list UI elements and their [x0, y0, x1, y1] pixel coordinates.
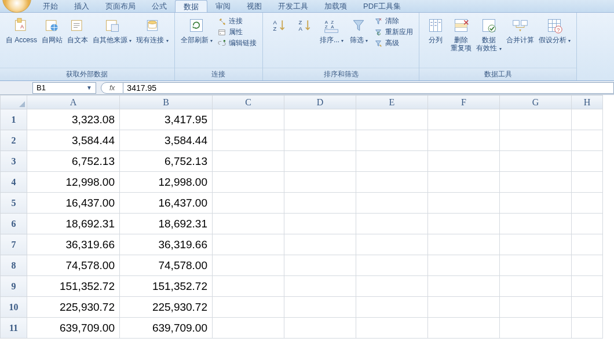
cell-F6[interactable] [428, 214, 500, 234]
column-header-E[interactable]: E [356, 95, 428, 109]
from-other-button[interactable]: 自其他来源 ▾ [90, 15, 134, 46]
cell-G10[interactable] [500, 297, 572, 318]
row-header-6[interactable]: 6 [1, 214, 27, 234]
cell-E4[interactable] [356, 172, 428, 193]
cell-B3[interactable]: 6,752.13 [120, 151, 213, 172]
cell-G3[interactable] [500, 151, 572, 172]
tab-5[interactable]: 审阅 [207, 0, 239, 12]
select-all-corner[interactable] [1, 95, 27, 109]
cell-C7[interactable] [213, 234, 284, 255]
connections-button[interactable]: 连接 [217, 16, 257, 26]
cell-B2[interactable]: 3,584.44 [120, 130, 213, 151]
cell-B4[interactable]: 12,998.00 [120, 172, 213, 193]
formula-input[interactable]: 3417.95 [123, 82, 614, 94]
cell-E2[interactable] [356, 130, 428, 151]
remove-duplicates-button[interactable]: 删除 重复项 [448, 15, 474, 53]
cell-H4[interactable] [572, 172, 603, 193]
what-if-button[interactable]: ?假设分析 ▾ [536, 15, 573, 46]
cell-C11[interactable] [213, 318, 284, 339]
cell-C6[interactable] [213, 214, 284, 234]
cell-E11[interactable] [356, 318, 428, 339]
cell-G11[interactable] [500, 318, 572, 339]
from-access-button[interactable]: A自 Access [3, 15, 39, 45]
cell-F10[interactable] [428, 297, 500, 318]
cell-B10[interactable]: 225,930.72 [120, 297, 213, 318]
cell-B11[interactable]: 639,709.00 [120, 318, 213, 339]
cell-D9[interactable] [284, 276, 356, 297]
name-box-dropdown-icon[interactable]: ▼ [86, 84, 92, 91]
sort-desc-button[interactable]: ZA [292, 15, 317, 37]
cell-B7[interactable]: 36,319.66 [120, 234, 213, 255]
cell-G6[interactable] [500, 214, 572, 234]
cell-E9[interactable] [356, 276, 428, 297]
cell-A2[interactable]: 3,584.44 [27, 130, 120, 151]
cell-C3[interactable] [213, 151, 284, 172]
cell-A10[interactable]: 225,930.72 [27, 297, 120, 318]
sort-button[interactable]: AZZA排序... ▾ [317, 15, 346, 46]
cell-G5[interactable] [500, 193, 572, 214]
cell-F7[interactable] [428, 234, 500, 255]
cell-F2[interactable] [428, 130, 500, 151]
cell-F3[interactable] [428, 151, 500, 172]
cell-D10[interactable] [284, 297, 356, 318]
column-header-C[interactable]: C [213, 95, 284, 109]
tab-7[interactable]: 开发工具 [270, 0, 316, 12]
cell-G9[interactable] [500, 276, 572, 297]
cell-D11[interactable] [284, 318, 356, 339]
cell-C8[interactable] [213, 255, 284, 276]
cell-A8[interactable]: 74,578.00 [27, 255, 120, 276]
cell-D4[interactable] [284, 172, 356, 193]
filter-button[interactable]: 筛选 ▾ [346, 15, 371, 46]
worksheet[interactable]: ABCDEFGH13,323.083,417.9523,584.443,584.… [0, 95, 614, 339]
column-header-H[interactable]: H [572, 95, 603, 109]
column-header-B[interactable]: B [120, 95, 213, 109]
row-header-9[interactable]: 9 [1, 276, 27, 297]
cell-F5[interactable] [428, 193, 500, 214]
row-header-10[interactable]: 10 [1, 297, 27, 318]
reapply-button[interactable]: 重新应用 [374, 27, 413, 37]
cell-H8[interactable] [572, 255, 603, 276]
cell-G4[interactable] [500, 172, 572, 193]
cell-D5[interactable] [284, 193, 356, 214]
cell-C5[interactable] [213, 193, 284, 214]
cell-C10[interactable] [213, 297, 284, 318]
row-header-11[interactable]: 11 [1, 318, 27, 339]
name-box[interactable]: B1 ▼ [32, 82, 96, 94]
cell-G1[interactable] [500, 109, 572, 130]
cell-C4[interactable] [213, 172, 284, 193]
advanced-button[interactable]: 高级 [374, 38, 413, 48]
cell-D6[interactable] [284, 214, 356, 234]
cell-G7[interactable] [500, 234, 572, 255]
tab-0[interactable]: 开始 [35, 0, 66, 12]
properties-button[interactable]: 属性 [217, 27, 257, 37]
cell-E1[interactable] [356, 109, 428, 130]
row-header-4[interactable]: 4 [1, 172, 27, 193]
cell-D8[interactable] [284, 255, 356, 276]
cell-B8[interactable]: 74,578.00 [120, 255, 213, 276]
fx-button[interactable]: fx [101, 82, 123, 94]
edit-links-button[interactable]: 编辑链接 [217, 38, 257, 48]
cell-E3[interactable] [356, 151, 428, 172]
from-web-button[interactable]: 自网站 [39, 15, 65, 45]
column-header-F[interactable]: F [428, 95, 500, 109]
cell-H11[interactable] [572, 318, 603, 339]
tab-1[interactable]: 插入 [66, 0, 97, 12]
cell-D7[interactable] [284, 234, 356, 255]
tab-8[interactable]: 加载项 [316, 0, 355, 12]
cell-F1[interactable] [428, 109, 500, 130]
cell-H2[interactable] [572, 130, 603, 151]
clear-button[interactable]: 清除 [374, 16, 413, 26]
cell-A3[interactable]: 6,752.13 [27, 151, 120, 172]
cell-F11[interactable] [428, 318, 500, 339]
cell-B9[interactable]: 151,352.72 [120, 276, 213, 297]
cell-A4[interactable]: 12,998.00 [27, 172, 120, 193]
cell-B1[interactable]: 3,417.95 [120, 109, 213, 130]
consolidate-button[interactable]: 合并计算 [504, 15, 536, 45]
cell-H7[interactable] [572, 234, 603, 255]
row-header-8[interactable]: 8 [1, 255, 27, 276]
cell-H5[interactable] [572, 193, 603, 214]
cell-F9[interactable] [428, 276, 500, 297]
cell-A7[interactable]: 36,319.66 [27, 234, 120, 255]
row-header-7[interactable]: 7 [1, 234, 27, 255]
cell-C1[interactable] [213, 109, 284, 130]
